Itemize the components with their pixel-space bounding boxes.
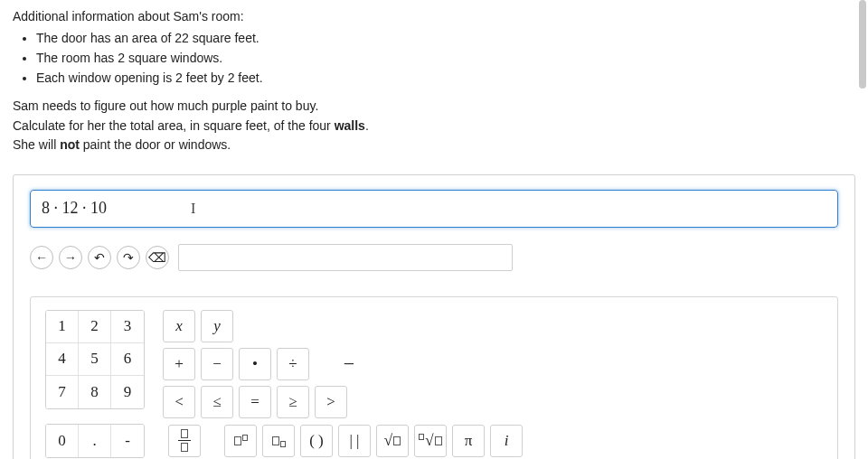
undo-button[interactable]: ↶ <box>88 246 111 269</box>
key-y[interactable]: y <box>201 310 233 342</box>
key-parens[interactable]: ( ) <box>300 425 333 457</box>
prompt-bold-not: not <box>60 137 80 152</box>
arrow-right-icon: → <box>64 250 77 265</box>
keypad: 1 2 3 4 5 6 7 8 9 x y <box>30 296 838 459</box>
sqrt-icon: √ <box>384 432 401 450</box>
key-eq[interactable]: = <box>239 386 271 418</box>
scrollbar[interactable] <box>859 0 866 89</box>
key-4[interactable]: 4 <box>46 343 79 376</box>
key-pi[interactable]: π <box>452 425 485 457</box>
redo-button[interactable]: ↷ <box>117 246 140 269</box>
prompt-line-2: Calculate for her the total area, in squ… <box>13 117 855 136</box>
key-fraction[interactable] <box>168 425 201 457</box>
backspace-button[interactable]: ⌫ <box>146 246 169 269</box>
key-decimal[interactable]: . <box>79 425 111 457</box>
key-nth-root[interactable]: √ <box>414 425 447 457</box>
nth-root-icon: √ <box>419 432 441 450</box>
key-divide[interactable]: ÷ <box>277 348 309 380</box>
power-icon <box>234 436 248 445</box>
prompt-text: paint the door or windows. <box>80 137 231 152</box>
key-5[interactable]: 5 <box>79 343 111 376</box>
undo-icon: ↶ <box>94 250 105 265</box>
subscript-icon <box>272 436 286 445</box>
key-8[interactable]: 8 <box>79 376 111 408</box>
key-7[interactable]: 7 <box>46 376 79 408</box>
key-6[interactable]: 6 <box>111 343 144 376</box>
parens-icon: ( ) <box>309 432 324 450</box>
key-subscript[interactable] <box>262 425 295 457</box>
nav-left-button[interactable]: ← <box>30 246 53 269</box>
text-cursor-icon: I <box>191 201 195 217</box>
pi-icon: π <box>465 432 473 450</box>
scratch-input[interactable] <box>178 244 513 271</box>
key-sqrt[interactable]: √ <box>376 425 409 457</box>
key-ge[interactable]: ≥ <box>277 386 309 418</box>
fact-item: Each window opening is 2 feet by 2 feet. <box>36 70 855 85</box>
abs-icon: | | <box>349 432 359 450</box>
prompt-line-1: Sam needs to figure out how much purple … <box>13 98 855 116</box>
key-0[interactable]: 0 <box>46 425 79 457</box>
prompt-text: Calculate for her the total area, in squ… <box>13 118 335 133</box>
key-gt[interactable]: > <box>315 386 347 418</box>
prompt-text: She will <box>13 137 60 152</box>
arrow-left-icon: ← <box>35 250 48 265</box>
key-3[interactable]: 3 <box>111 311 144 343</box>
key-dot-multiply[interactable]: • <box>239 348 271 380</box>
key-neg-sign[interactable]: - <box>111 425 144 457</box>
key-negative[interactable]: − <box>333 348 365 380</box>
key-9[interactable]: 9 <box>111 376 144 408</box>
answer-value: 8 · 12 · 10 <box>42 199 107 218</box>
key-abs[interactable]: | | <box>338 425 371 457</box>
additional-info-heading: Additional information about Sam's room: <box>13 9 855 23</box>
key-x[interactable]: x <box>163 310 195 342</box>
digit-bottom-row: 0 . - <box>45 424 145 458</box>
fraction-icon <box>178 429 191 452</box>
i-icon: i <box>505 432 509 450</box>
key-i[interactable]: i <box>490 425 523 457</box>
facts-list: The door has an area of 22 square feet. … <box>36 31 855 85</box>
key-2[interactable]: 2 <box>79 311 111 343</box>
key-minus[interactable]: − <box>201 348 233 380</box>
redo-icon: ↷ <box>123 250 134 265</box>
prompt-text: . <box>365 118 369 133</box>
backspace-icon: ⌫ <box>148 250 166 265</box>
prompt-block: Sam needs to figure out how much purple … <box>13 98 855 155</box>
key-power[interactable] <box>224 425 257 457</box>
prompt-line-3: She will not paint the door or windows. <box>13 136 855 155</box>
answer-input[interactable]: 8 · 12 · 10 I <box>30 190 838 228</box>
prompt-bold-walls: walls <box>335 118 365 133</box>
key-le[interactable]: ≤ <box>201 386 233 418</box>
fact-item: The door has an area of 22 square feet. <box>36 31 855 45</box>
key-1[interactable]: 1 <box>46 311 79 343</box>
work-area: 8 · 12 · 10 I ← → ↶ ↷ ⌫ 1 2 3 4 <box>13 174 855 459</box>
key-lt[interactable]: < <box>163 386 195 418</box>
nav-right-button[interactable]: → <box>59 246 82 269</box>
key-plus[interactable]: + <box>163 348 195 380</box>
fact-item: The room has 2 square windows. <box>36 51 855 65</box>
digit-grid: 1 2 3 4 5 6 7 8 9 <box>45 310 145 409</box>
toolbar-row: ← → ↶ ↷ ⌫ <box>30 244 838 271</box>
